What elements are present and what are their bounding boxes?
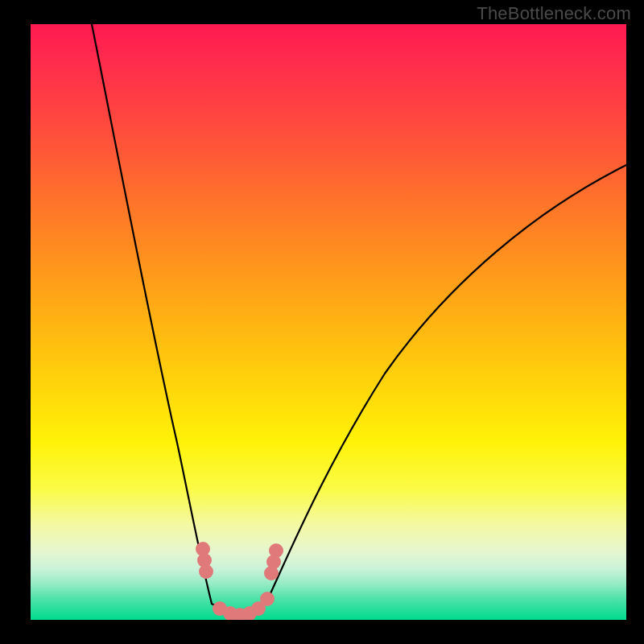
marker-dot: [199, 564, 213, 579]
valley-markers: [196, 542, 283, 620]
chart-frame: TheBottleneck.com: [0, 0, 644, 644]
watermark-text: TheBottleneck.com: [477, 3, 631, 24]
marker-dot: [269, 543, 283, 558]
curve-left-branch: [92, 24, 212, 604]
marker-dot: [260, 592, 275, 606]
plot-area: [31, 24, 626, 620]
curve-layer: [31, 24, 626, 620]
